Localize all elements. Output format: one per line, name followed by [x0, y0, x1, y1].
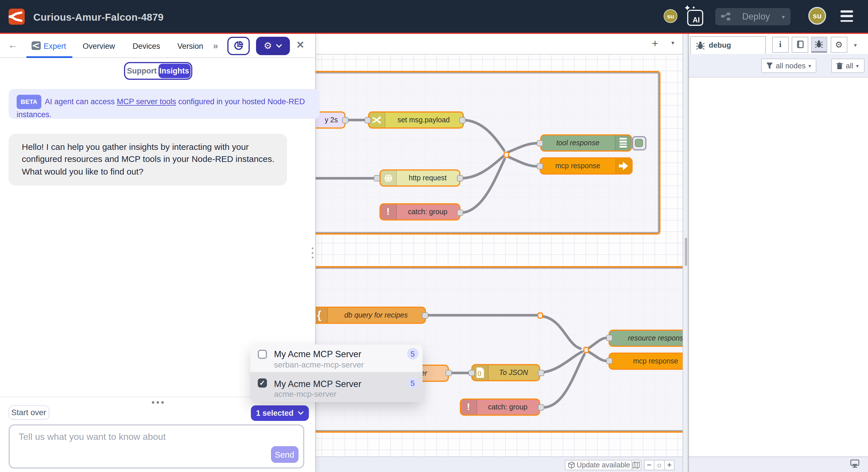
settings-tab-button[interactable]: ⚙: [831, 37, 847, 53]
selected-dropdown-button[interactable]: 1 selected: [251, 405, 309, 421]
dropdown-item[interactable]: ✓ My Acme MCP Server 5 acme-mcp-server: [250, 373, 423, 402]
beta-notice: BETAAI agent can access MCP server tools…: [9, 89, 320, 119]
funnel-icon: [766, 63, 773, 69]
flowfuse-logo-icon[interactable]: [9, 9, 25, 25]
canvas-statusbar: Update available − ○ +: [315, 457, 683, 472]
ai-assistant-icon[interactable]: AI ✦ ✦: [685, 7, 703, 26]
info-tab-button[interactable]: i: [772, 37, 788, 53]
user-avatar-small[interactable]: su: [663, 9, 677, 23]
caret-icon: ▾: [809, 63, 811, 69]
port[interactable]: [537, 140, 543, 146]
junction[interactable]: [583, 347, 589, 353]
catch-node[interactable]: ! catch: group: [379, 203, 460, 220]
port[interactable]: [538, 370, 544, 376]
deploy-nodes-icon: [721, 12, 730, 21]
zoom-out-button[interactable]: −: [644, 460, 654, 470]
mcp-response-node[interactable]: mcp response: [539, 157, 632, 174]
port[interactable]: [606, 335, 612, 341]
http-request-node[interactable]: http request: [379, 169, 460, 187]
port[interactable]: [606, 358, 612, 364]
back-arrow-icon[interactable]: ←: [8, 40, 18, 51]
delay-node[interactable]: y 2s: [315, 111, 345, 129]
json-node[interactable]: {} To JSON: [471, 364, 540, 381]
template-node-db-query[interactable]: { db query for recipes: [315, 306, 426, 324]
checkbox-checked[interactable]: ✓: [258, 379, 267, 388]
port[interactable]: [457, 210, 463, 216]
debug-node-resource-response[interactable]: resource respons: [608, 329, 683, 347]
port[interactable]: [537, 163, 543, 169]
port[interactable]: [468, 370, 475, 376]
filter-nodes-button[interactable]: all nodes ▾: [761, 59, 816, 73]
minimap-button[interactable]: [631, 460, 641, 470]
insights-chart-button[interactable]: [227, 37, 249, 55]
add-flow-icon[interactable]: +: [652, 37, 658, 50]
port[interactable]: [538, 404, 544, 411]
tab-overview[interactable]: Overview: [83, 42, 115, 51]
tab-devices[interactable]: Devices: [133, 42, 160, 51]
checkbox-unchecked[interactable]: [258, 350, 267, 359]
debug-node-tool-response[interactable]: tool response: [540, 134, 632, 151]
update-available-button[interactable]: Update available: [565, 460, 633, 470]
debug-tab-button[interactable]: [811, 37, 827, 53]
port[interactable]: [373, 175, 380, 181]
port[interactable]: [445, 370, 452, 376]
change-icon: [369, 113, 385, 127]
start-over-button[interactable]: Start over: [8, 405, 49, 420]
junction[interactable]: [503, 152, 509, 158]
debug-toggle-button[interactable]: [632, 136, 646, 150]
tab-debug[interactable]: debug: [690, 36, 766, 54]
dropdown-item[interactable]: My Acme MCP Server 5 serban-acme-mcp-ser…: [250, 345, 423, 373]
menu-icon[interactable]: [840, 10, 853, 22]
port[interactable]: [457, 175, 463, 181]
beta-badge: BETA: [17, 95, 41, 109]
clear-debug-button[interactable]: all ▾: [831, 59, 864, 73]
monitor-icon[interactable]: [850, 460, 859, 471]
close-icon[interactable]: ✕: [296, 39, 305, 51]
link-out-arrow-icon: [615, 158, 631, 173]
tabs-overflow-icon[interactable]: »: [213, 40, 218, 51]
user-avatar[interactable]: su: [808, 7, 826, 25]
mcp-server-tools-link[interactable]: MCP server tools: [117, 97, 176, 106]
top-navbar: Curious-Amur-Falcon-4879 su AI ✦ ✦ Deplo…: [0, 0, 868, 34]
sparkle-small-icon: ✦: [692, 5, 695, 10]
pie-chart-icon: [234, 41, 243, 51]
help-tab-button[interactable]: [792, 37, 808, 53]
expert-tab-icon: [32, 41, 41, 50]
send-button[interactable]: Send: [271, 446, 298, 463]
mcp-server-dropdown: My Acme MCP Server 5 serban-acme-mcp-ser…: [250, 345, 423, 402]
mcp-response-node-2[interactable]: mcp response: [608, 352, 683, 370]
settings-dropdown-button[interactable]: ⚙: [256, 37, 290, 55]
panel-resize-handle[interactable]: [312, 247, 314, 258]
chat-input[interactable]: Tell us what you want to know about Send: [8, 424, 304, 469]
catch-node-2[interactable]: ! catch: group: [460, 399, 540, 416]
junction[interactable]: [537, 312, 543, 318]
tab-version[interactable]: Version: [177, 42, 203, 51]
flow-list-caret-icon[interactable]: ▾: [671, 39, 674, 46]
port[interactable]: [342, 117, 348, 123]
resize-dots-icon[interactable]: •••: [152, 397, 166, 407]
change-node[interactable]: set msg.payload: [368, 111, 464, 129]
sparkle-icon: ✦: [684, 3, 691, 13]
template-icon: {: [315, 308, 328, 323]
input-placeholder: Tell us what you want to know about: [19, 432, 166, 442]
debug-list-icon: [615, 135, 631, 150]
bug-icon: [815, 40, 824, 49]
toggle-insights[interactable]: Insights: [158, 64, 190, 78]
zoom-controls: − ○ +: [644, 460, 675, 470]
port[interactable]: [364, 117, 371, 123]
zoom-reset-button[interactable]: ○: [654, 460, 664, 470]
toggle-support[interactable]: Support: [125, 67, 158, 75]
assistant-message: Hello! I can help you gather insights by…: [9, 134, 287, 185]
port[interactable]: [459, 117, 465, 123]
caret-icon: ▾: [856, 63, 859, 69]
count-badge: 5: [407, 378, 418, 389]
canvas-vertical-scrollbar[interactable]: [683, 34, 688, 472]
chevron-down-icon: [298, 411, 304, 415]
tab-expert[interactable]: Expert: [43, 42, 66, 51]
deploy-button[interactable]: Deploy ▾: [715, 8, 790, 25]
deploy-caret-icon[interactable]: ▾: [782, 13, 785, 20]
port[interactable]: [422, 312, 428, 318]
zoom-in-button[interactable]: +: [664, 460, 675, 470]
scrollbar-thumb[interactable]: [685, 237, 687, 266]
sidebar-caret-icon[interactable]: ▾: [854, 41, 857, 48]
